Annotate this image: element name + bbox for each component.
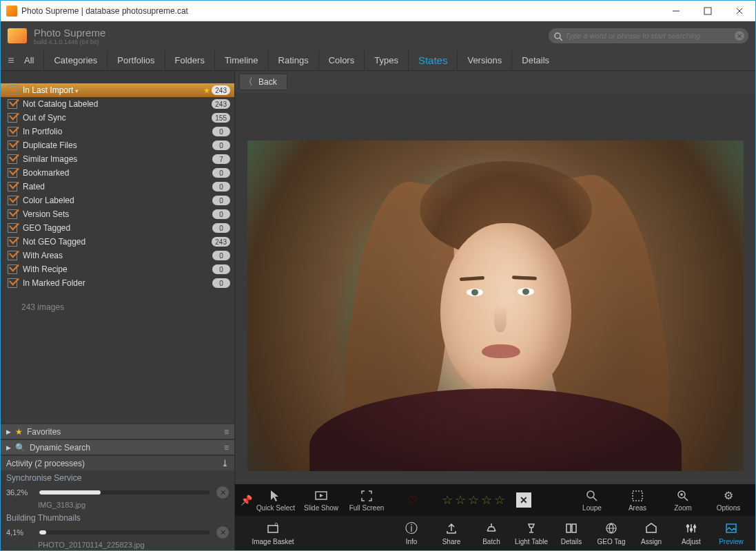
sidebar-item[interactable]: Version Sets 0: [1, 207, 234, 221]
assign-label: Assign: [641, 538, 662, 545]
sidebar-item-label: GEO Tagged: [23, 223, 212, 233]
loupe-button[interactable]: Loupe: [571, 484, 613, 516]
dynamic-search-section[interactable]: ▶ 🔍 Dynamic Search ≡: [1, 439, 234, 455]
process-file: PHOTO_20170114_225823.jpg: [6, 541, 229, 549]
options-label: Options: [717, 504, 740, 512]
process-title: Building Thumbnails: [6, 513, 229, 523]
app-build: build 4.1.0.1448 (64 bit): [34, 39, 105, 45]
count-badge: 243: [212, 99, 230, 109]
image-basket-label: Image Basket: [252, 538, 294, 545]
star-4-icon[interactable]: ☆: [481, 492, 492, 508]
count-badge: 0: [212, 264, 230, 274]
share-icon: [445, 521, 458, 536]
back-button[interactable]: 〈 Back: [239, 74, 287, 90]
slide-show-button[interactable]: Slide Show: [300, 484, 343, 516]
activity-header[interactable]: Activity (2 processes) ⤓: [1, 455, 234, 470]
image-icon: [724, 521, 738, 536]
tab-versions[interactable]: Versions: [457, 51, 511, 70]
image-area[interactable]: [235, 93, 755, 484]
tab-all[interactable]: All: [20, 51, 43, 70]
info-button[interactable]: ⓘ Info: [391, 516, 431, 550]
star-5-icon[interactable]: ☆: [494, 492, 505, 508]
share-button[interactable]: Share: [431, 516, 471, 550]
checkbox-icon: [8, 196, 17, 205]
section-menu-icon[interactable]: ≡: [224, 427, 229, 437]
sidebar-item[interactable]: In Marked Folder 0: [1, 276, 234, 290]
sidebar-item-label: Version Sets: [23, 209, 212, 219]
sidebar-item[interactable]: In Last Import ★ 243: [1, 83, 234, 97]
sidebar-item-label: Duplicate Files: [23, 141, 212, 150]
svg-line-8: [593, 497, 597, 501]
sidebar-item[interactable]: GEO Tagged 0: [1, 221, 234, 235]
sidebar-item[interactable]: Duplicate Files 0: [1, 138, 234, 152]
activity-process: Synchronise Service 36,2% ✕ IMG_3183.jpg: [1, 470, 234, 510]
favorite-heart[interactable]: ♡: [391, 484, 433, 516]
options-button[interactable]: ⚙ Options: [707, 484, 750, 516]
tab-categories[interactable]: Categories: [43, 51, 107, 70]
count-badge: 0: [212, 251, 230, 260]
svg-text:0: 0: [275, 522, 278, 527]
clear-search-icon[interactable]: ✕: [735, 31, 744, 41]
sidebar-item[interactable]: Bookmarked 0: [1, 166, 234, 180]
pin-icon[interactable]: 📌: [241, 495, 252, 506]
svg-point-17: [687, 526, 689, 528]
count-badge: 0: [212, 141, 230, 150]
sidebar-item-label: Not Catalog Labeled: [23, 99, 212, 109]
search-box[interactable]: ✕: [549, 28, 748, 43]
download-icon[interactable]: ⤓: [221, 458, 229, 468]
sidebar-item[interactable]: Not Catalog Labeled 243: [1, 97, 234, 111]
sidebar-item[interactable]: Color Labeled 0: [1, 194, 234, 207]
star-1-icon[interactable]: ☆: [442, 492, 453, 508]
tab-details[interactable]: Details: [511, 51, 559, 70]
tab-states[interactable]: States: [408, 50, 458, 70]
reject-button[interactable]: ✕: [516, 492, 531, 508]
cancel-process-button[interactable]: ✕: [216, 526, 229, 539]
areas-button[interactable]: Areas: [616, 484, 659, 516]
close-button[interactable]: [724, 1, 755, 21]
geo-tag-button[interactable]: GEO Tag: [591, 516, 631, 550]
details-button[interactable]: Details: [551, 516, 591, 550]
sidebar-item-label: In Marked Folder: [23, 278, 212, 288]
tab-portfolios[interactable]: Portfolios: [107, 51, 164, 70]
assign-button[interactable]: Assign: [631, 516, 671, 550]
quick-select-button[interactable]: Quick Select: [254, 484, 297, 516]
sidebar-item[interactable]: In Portfolio 0: [1, 125, 234, 138]
full-screen-button[interactable]: Full Screen: [345, 484, 388, 516]
sidebar-item[interactable]: Rated 0: [1, 180, 234, 194]
batch-button[interactable]: Batch: [471, 516, 511, 550]
menu-icon[interactable]: ≡: [3, 54, 19, 67]
tab-timeline[interactable]: Timeline: [214, 51, 268, 70]
adjust-button[interactable]: Adjust: [671, 516, 711, 550]
favorites-section[interactable]: ▶ ★ Favorites ≡: [1, 424, 234, 439]
star-2-icon[interactable]: ☆: [455, 492, 466, 508]
tab-folders[interactable]: Folders: [165, 51, 214, 70]
sidebar-item-label: In Last Import: [23, 85, 203, 95]
expand-icon: ▶: [6, 428, 11, 435]
count-badge: 0: [212, 278, 230, 288]
sidebar-item-label: Out of Sync: [23, 113, 212, 123]
tab-types[interactable]: Types: [364, 51, 408, 70]
sidebar-item[interactable]: Similar Images 7: [1, 152, 234, 166]
tag-icon: [644, 521, 658, 536]
minimize-button[interactable]: [660, 1, 692, 21]
checkbox-icon: [8, 85, 17, 95]
app-logo: [8, 28, 27, 43]
count-badge: 0: [212, 209, 230, 219]
image-basket-button[interactable]: 0 Image Basket: [239, 516, 307, 550]
cancel-process-button[interactable]: ✕: [216, 486, 229, 499]
tab-ratings[interactable]: Ratings: [268, 51, 318, 70]
maximize-button[interactable]: [692, 1, 724, 21]
light-table-button[interactable]: Light Table: [511, 516, 551, 550]
sidebar-item[interactable]: Out of Sync 155: [1, 111, 234, 125]
rating-stars[interactable]: ☆ ☆ ☆ ☆ ☆: [436, 492, 511, 508]
star-3-icon[interactable]: ☆: [468, 492, 479, 508]
zoom-button[interactable]: Zoom: [662, 484, 704, 516]
search-input[interactable]: [565, 32, 735, 40]
sidebar-item[interactable]: Not GEO Tagged 243: [1, 235, 234, 249]
sidebar-item[interactable]: With Recipe 0: [1, 262, 234, 276]
adjust-label: Adjust: [682, 538, 701, 545]
tab-colors[interactable]: Colors: [318, 51, 365, 70]
section-menu-icon[interactable]: ≡: [224, 443, 229, 453]
sidebar-item[interactable]: With Areas 0: [1, 249, 234, 262]
preview-button[interactable]: Preview: [711, 516, 751, 550]
